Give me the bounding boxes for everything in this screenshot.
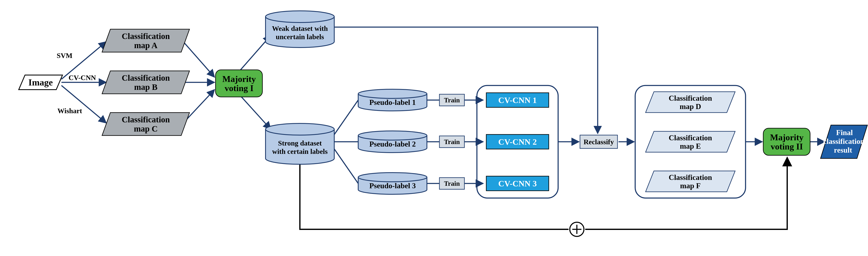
svg-text:Classification: Classification (669, 94, 712, 102)
cv-cnn-1: CV-CNN 1 (486, 93, 549, 107)
train-box-3: Train (439, 178, 464, 189)
cv-cnn-2: CV-CNN 2 (486, 135, 549, 149)
svg-text:CV-CNN 1: CV-CNN 1 (498, 95, 537, 105)
svg-text:Majority: Majority (222, 74, 256, 84)
label-wishart: Wishart (58, 107, 82, 115)
strong-dataset: Strong dataset with certain labels (266, 123, 334, 164)
svg-point-18 (266, 11, 334, 23)
weak-dataset: Weak dataset with uncertain labels (266, 11, 334, 48)
svg-text:map A: map A (134, 41, 157, 50)
svg-text:Classification: Classification (669, 134, 712, 142)
svg-text:Train: Train (444, 96, 460, 104)
svg-text:Reclassify: Reclassify (584, 138, 614, 146)
classification-map-c: Classification map C (102, 113, 189, 136)
svg-text:result: result (834, 146, 852, 154)
svg-text:map D: map D (680, 102, 701, 111)
cv-cnn-3: CV-CNN 3 (486, 176, 549, 191)
svg-text:Weak dataset with: Weak dataset with (272, 25, 328, 32)
classification-map-d: Classification map D (646, 92, 735, 113)
svg-text:classification: classification (823, 137, 864, 145)
svg-text:Majority: Majority (770, 133, 804, 142)
svg-text:Strong dataset: Strong dataset (278, 139, 322, 147)
svg-point-44 (358, 173, 427, 182)
svg-text:with certain labels: with certain labels (272, 148, 328, 155)
svg-text:Classification: Classification (122, 73, 170, 83)
pseudo-label-1: Pseudo-label 1 (358, 89, 427, 111)
edge-mapC-mv1 (183, 90, 215, 123)
label-svm: SVM (57, 52, 72, 59)
pseudo-label-2: Pseudo-label 2 (358, 131, 427, 152)
edge-image-mapC (61, 85, 106, 123)
svg-text:CV-CNN 3: CV-CNN 3 (498, 179, 537, 188)
svg-text:Classification: Classification (122, 31, 170, 41)
svg-point-32 (358, 89, 427, 98)
input-image: Image (19, 75, 62, 90)
svg-text:map E: map E (680, 142, 701, 150)
svg-text:map C: map C (134, 124, 158, 134)
svg-text:uncertain labels: uncertain labels (276, 33, 324, 41)
classification-map-e: Classification map E (646, 131, 735, 152)
pipeline-diagram: SVM CV-CNN Wishart Image Classification … (0, 0, 868, 256)
edge-plus-to-mv2 (585, 158, 787, 229)
final-result: Final classification result (820, 125, 867, 159)
classification-map-a: Classification map A (102, 29, 189, 52)
classification-map-f: Classification map F (646, 171, 735, 192)
svg-text:Classification: Classification (669, 173, 712, 181)
train-box-1: Train (439, 94, 464, 106)
svg-text:Train: Train (444, 180, 460, 187)
svg-point-38 (358, 131, 427, 140)
svg-text:Classification: Classification (122, 115, 170, 124)
svg-text:Pseudo-label 1: Pseudo-label 1 (369, 98, 416, 107)
svg-text:voting II: voting II (771, 142, 803, 151)
edge-strong-pl3 (332, 146, 358, 183)
svg-text:voting I: voting I (225, 83, 254, 93)
svg-text:Pseudo-label 2: Pseudo-label 2 (369, 140, 416, 148)
svg-text:Final: Final (836, 129, 853, 137)
edge-strong-pl1 (332, 100, 358, 138)
majority-voting-2: Majority voting II (763, 128, 810, 155)
svg-text:map B: map B (134, 82, 157, 92)
reclassify-box: Reclassify (580, 135, 617, 148)
svg-text:Image: Image (28, 77, 53, 88)
classification-map-b: Classification map B (102, 71, 189, 94)
svg-text:Pseudo-label 3: Pseudo-label 3 (369, 181, 416, 190)
train-box-2: Train (439, 136, 464, 148)
svg-text:Train: Train (444, 138, 460, 145)
svg-point-25 (266, 123, 334, 135)
svg-text:CV-CNN 2: CV-CNN 2 (498, 137, 537, 147)
majority-voting-1: Majority voting I (216, 70, 262, 97)
edge-mv1-strong (241, 96, 271, 129)
edge-strong-to-plus-left (300, 161, 568, 229)
label-cvcnn: CV-CNN (68, 74, 96, 82)
svg-text:map F: map F (680, 181, 701, 190)
pseudo-label-3: Pseudo-label 3 (358, 173, 427, 194)
